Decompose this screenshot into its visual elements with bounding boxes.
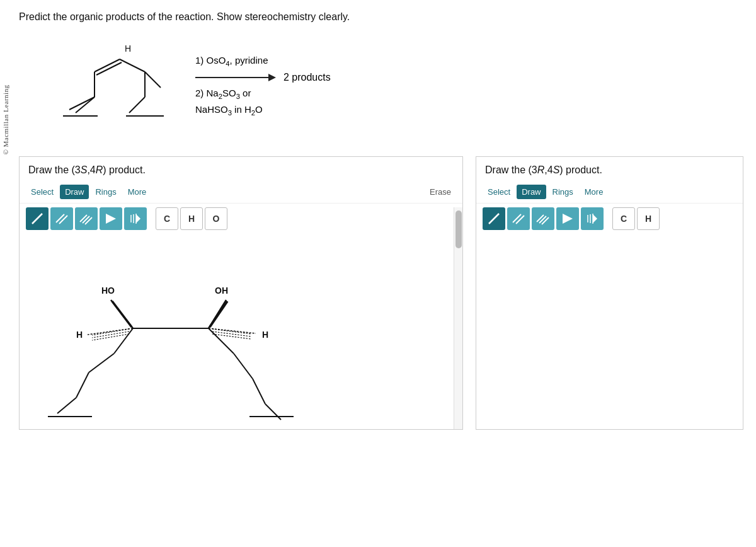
triple-bond-btn-right[interactable] (532, 207, 554, 230)
svg-marker-60 (593, 214, 597, 223)
step2-text: 2) Na (195, 88, 219, 98)
svg-line-31 (234, 354, 253, 379)
svg-line-50 (489, 214, 499, 224)
svg-marker-22 (136, 214, 140, 223)
copyright-sidebar: © Macmillan Learning (0, 25, 11, 214)
svg-line-27 (89, 354, 114, 372)
svg-text:H: H (262, 330, 268, 340)
svg-line-36 (76, 372, 89, 398)
left-scrollbar[interactable] (454, 207, 462, 429)
rings-button-right[interactable]: Rings (547, 185, 578, 199)
left-scrollbar-thumb[interactable] (455, 210, 462, 248)
svg-line-12 (32, 214, 42, 224)
svg-line-16 (83, 216, 89, 223)
svg-line-30 (209, 328, 234, 354)
oxygen-btn-left[interactable]: O (205, 207, 227, 230)
triple-bond-btn-left[interactable] (75, 207, 98, 230)
svg-line-53 (537, 215, 544, 222)
svg-line-9 (129, 97, 145, 113)
right-drawing-canvas[interactable] (476, 234, 743, 429)
wedge-btn-left[interactable] (100, 207, 122, 230)
left-panel-title: Draw the (3S,4R) product. (20, 157, 462, 181)
svg-marker-56 (563, 214, 573, 224)
right-draw-tools: C H (476, 204, 743, 234)
svg-line-51 (513, 214, 521, 222)
svg-line-55 (542, 217, 549, 224)
rings-button-left[interactable]: Rings (90, 185, 121, 199)
svg-line-37 (57, 398, 76, 413)
double-bond-btn-right[interactable] (507, 207, 530, 230)
draw-button-left[interactable]: Draw (60, 185, 89, 199)
svg-line-54 (539, 216, 546, 223)
left-draw-panel: Draw the (3S,4R) product. Select Draw Ri… (19, 156, 463, 430)
svg-line-48 (212, 331, 251, 337)
svg-line-39 (253, 379, 265, 404)
select-button-left[interactable]: Select (26, 185, 59, 199)
step3-rest: in H (232, 104, 251, 115)
single-bond-btn-right[interactable] (483, 207, 505, 230)
question-text: Predict the organic products of the reac… (19, 11, 743, 23)
svg-line-42 (112, 301, 132, 327)
single-bond-btn-left[interactable] (26, 207, 49, 230)
select-button-right[interactable]: Select (483, 185, 515, 199)
hydrogen-btn-right[interactable]: H (637, 207, 660, 230)
reaction-conditions-2: 2) Na2SO3 or NaHSO3 in H2O (195, 86, 263, 118)
right-toolbar: Select Draw Rings More (476, 181, 743, 204)
copyright-text: © Macmillan Learning (2, 84, 9, 154)
carbon-btn-right[interactable]: C (612, 207, 635, 230)
svg-line-5 (120, 59, 145, 72)
reaction-arrow (195, 77, 271, 78)
more-button-left[interactable]: More (123, 185, 152, 199)
step2-or: or (240, 88, 251, 98)
step3-text: NaHSO (195, 104, 228, 115)
svg-line-17 (85, 217, 92, 224)
step2-rest1: SO (222, 88, 236, 98)
starting-material: H (57, 34, 170, 137)
step1-rest: , pyridine (230, 55, 268, 66)
left-drawing-canvas[interactable]: HO OH H H (20, 234, 462, 429)
carbon-btn-left[interactable]: C (156, 207, 178, 230)
dash-btn-left[interactable] (124, 207, 147, 230)
draw-button-right[interactable]: Draw (517, 185, 546, 199)
arrow-row: 2 products (195, 72, 331, 83)
svg-text:H: H (125, 43, 131, 54)
more-button-right[interactable]: More (580, 185, 609, 199)
reaction-area: H 1) OsO4, pyridine (57, 34, 743, 137)
svg-text:OH: OH (215, 285, 228, 296)
svg-line-46 (210, 301, 227, 327)
double-bond-btn-left[interactable] (50, 207, 73, 230)
svg-line-40 (265, 404, 281, 420)
svg-line-52 (516, 216, 524, 224)
products-label: 2 products (284, 72, 331, 83)
right-draw-panel: Draw the (3R,4S) product. Select Draw Ri… (476, 156, 743, 430)
panels-row: Draw the (3S,4R) product. Select Draw Ri… (19, 156, 743, 430)
wedge-btn-right[interactable] (556, 207, 579, 230)
svg-line-13 (56, 214, 64, 222)
step3-rest2: O (255, 104, 263, 115)
dash-btn-right[interactable] (581, 207, 604, 230)
svg-text:H: H (76, 330, 83, 340)
svg-text:HO: HO (101, 285, 115, 296)
svg-line-15 (80, 215, 87, 222)
erase-button-left[interactable]: Erase (425, 185, 456, 199)
svg-line-47 (212, 329, 251, 334)
svg-line-14 (59, 216, 67, 224)
reaction-arrow-block: 1) OsO4, pyridine 2 products 2) Na2SO3 o… (195, 53, 331, 118)
svg-line-8 (145, 72, 161, 88)
step1-text: 1) OsO (195, 55, 226, 66)
hydrogen-btn-left[interactable]: H (180, 207, 203, 230)
right-panel-title: Draw the (3R,4S) product. (476, 157, 743, 181)
left-draw-tools: C H O (20, 204, 462, 234)
main-content: Predict the organic products of the reac… (13, 0, 756, 430)
left-toolbar: Select Draw Rings More Erase (20, 181, 462, 204)
svg-marker-18 (106, 214, 116, 224)
reaction-conditions: 1) OsO4, pyridine (195, 53, 268, 69)
